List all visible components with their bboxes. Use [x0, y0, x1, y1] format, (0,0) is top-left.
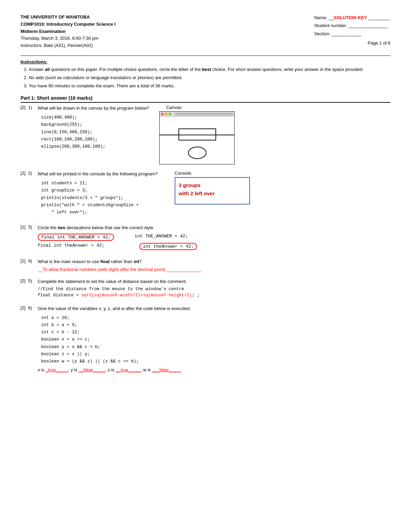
q6-code: int a = 10; int b = a + 5; int c = b - 1…	[41, 314, 390, 366]
question-3: [1] 3) Circle the two declarations below…	[21, 224, 390, 252]
page-number: Page 1 of 6	[314, 39, 390, 47]
q1-canvas-side: Canvas:	[159, 105, 235, 164]
header-right: Name: __SOLUTION KEY _________ Student n…	[314, 14, 390, 49]
q5-marks: [2] 5)	[21, 278, 38, 299]
q2-content: What will be printed in the console by t…	[38, 171, 390, 218]
q3-marks: [1] 3)	[21, 224, 38, 252]
console-output: 3 groupswith 2 left over	[179, 181, 246, 198]
q3-declarations-2: final int theAnswer = 42; int theAnswer …	[38, 243, 390, 250]
name-line: _________	[367, 15, 390, 20]
q1-text: What will be drawn in the canvas by the …	[38, 105, 149, 112]
question-4: [1] 4) What is the main reason to use fl…	[21, 258, 390, 272]
y-answer: __false_____	[78, 367, 105, 372]
instructors: Instructors: Bate (A01), Penner(A02)	[21, 42, 115, 49]
q4-marks: [1] 4)	[21, 258, 38, 272]
q5-content: Complete the statement to set the value …	[38, 278, 390, 299]
q2-console-side: Console: 3 groupswith 2 left over	[168, 171, 250, 205]
exam-header: THE UNIVERSITY OF MANITOBA COMP1010: Int…	[21, 14, 390, 49]
header-left: THE UNIVERSITY OF MANITOBA COMP1010: Int…	[21, 14, 115, 49]
q3-text: Circle the two declarations below that u…	[38, 224, 390, 232]
q1-content: What will be drawn in the canvas by the …	[38, 105, 390, 164]
q2-marks: [2] 2)	[21, 171, 38, 218]
question-5: [2] 5) Complete the statement to set the…	[21, 278, 390, 299]
w-answer: ___false_____	[152, 367, 181, 372]
q5-code-answer: float distance = sqrt(sq(mouseX-width/2)…	[38, 293, 390, 298]
q4-text: What is the main reason to use float rat…	[38, 258, 390, 265]
header-divider	[21, 55, 390, 56]
q3-declarations: final int THE_ANSWER = 42; int THE_ANSWE…	[38, 234, 390, 241]
q1-marks: [2] 1)	[21, 105, 38, 164]
university-name: THE UNIVERSITY OF MANITOBA	[21, 14, 115, 21]
q4-content: What is the main reason to use float rat…	[38, 258, 390, 272]
course-name: COMP1010: Introductory Computer Science …	[21, 21, 115, 28]
instructions-section: Instructions: Answer all questions on th…	[21, 59, 390, 90]
q1-code: size(400,400); background(255); line(0,1…	[41, 114, 149, 150]
decl-4-circled: int theAnswer = 42;	[139, 243, 197, 250]
decl-1-circled: final int THE_ANSWER = 42;	[38, 234, 114, 241]
q4-answer: __To allow fractional numbers (with digi…	[38, 267, 390, 272]
q6-content: Give the value of the variables x, y, z,…	[38, 305, 390, 373]
decl-2: int THE_ANSWER = 42;	[135, 234, 188, 241]
instructions-list: Answer all questions on this paper. For …	[29, 66, 390, 90]
q3-content: Circle the two declarations below that u…	[38, 224, 390, 252]
solution-key: SOLUTION KEY	[334, 15, 367, 20]
q5-answer-red: sqrt(sq(mouseX-width/2)+sq(mouseY-height…	[82, 293, 195, 298]
instruction-2: No aids (such as calculators or language…	[29, 74, 390, 82]
z-answer: __true_____	[116, 367, 141, 372]
q5-comment: //Find the distance from the mouse to th…	[38, 287, 390, 292]
part1-title: Part 1: Short answer (16 marks)	[21, 95, 390, 103]
q4-answer-text: __To allow fractional numbers (with digi…	[38, 267, 201, 272]
instructions-title: Instructions:	[21, 59, 390, 64]
question-2: [2] 2) What will be printed in the conso…	[21, 171, 390, 218]
student-number: Student number: ________________	[314, 22, 390, 29]
q6-text: Give the value of the variables x, y, z,…	[38, 305, 390, 312]
canvas-drawing	[159, 111, 235, 164]
decl-3: final int theAnswer = 42;	[38, 243, 104, 250]
exam-title: Midterm Examination	[21, 28, 115, 35]
console-label: Console:	[175, 171, 250, 176]
q2-with-console: What will be printed in the console by t…	[38, 171, 390, 218]
q2-code: int students = 11; int groupSize = 3; pr…	[41, 180, 158, 216]
q2-left: What will be printed in the console by t…	[38, 171, 158, 218]
name-row: Name: __SOLUTION KEY _________	[314, 14, 390, 22]
section: Section: ____________	[314, 30, 390, 38]
q5-text: Complete the statement to set the value …	[38, 278, 390, 285]
console-box: 3 groupswith 2 left over	[175, 177, 250, 205]
name-label: Name: __	[314, 15, 333, 20]
canvas-label: Canvas:	[166, 105, 235, 110]
exam-date: Thursday, March 3, 2016, 6:00-7:30 pm	[21, 35, 115, 42]
q1-with-canvas: What will be drawn in the canvas by the …	[38, 105, 390, 164]
q6-answer: x is _true_____, y is __false_____, z is…	[38, 367, 390, 372]
q6-marks: [2] 6)	[21, 305, 38, 373]
q2-text: What will be printed in the console by t…	[38, 171, 158, 178]
question-6: [2] 6) Give the value of the variables x…	[21, 305, 390, 373]
instruction-1: Answer all questions on this paper. For …	[29, 66, 390, 73]
instruction-3: You have 90 minutes to complete the exam…	[29, 82, 390, 90]
question-1: [2] 1) What will be drawn in the canvas …	[21, 105, 390, 164]
q1-left: What will be drawn in the canvas by the …	[38, 105, 149, 152]
x-answer: _true_____	[46, 367, 68, 372]
